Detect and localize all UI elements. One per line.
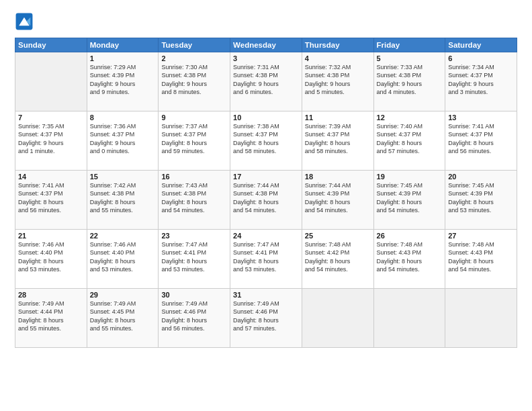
calendar-cell: 21Sunrise: 7:46 AM Sunset: 4:40 PM Dayli… bbox=[15, 230, 87, 289]
calendar-cell bbox=[445, 289, 517, 348]
calendar-cell: 12Sunrise: 7:40 AM Sunset: 4:37 PM Dayli… bbox=[373, 111, 445, 171]
calendar-cell: 2Sunrise: 7:30 AM Sunset: 4:38 PM Daylig… bbox=[159, 52, 230, 111]
calendar-cell: 26Sunrise: 7:48 AM Sunset: 4:43 PM Dayli… bbox=[373, 230, 445, 289]
calendar-cell bbox=[373, 289, 445, 348]
day-info: Sunrise: 7:31 AM Sunset: 4:38 PM Dayligh… bbox=[233, 63, 299, 97]
day-number: 17 bbox=[233, 173, 299, 181]
day-info: Sunrise: 7:46 AM Sunset: 4:40 PM Dayligh… bbox=[18, 240, 84, 274]
day-number: 13 bbox=[448, 113, 514, 122]
day-number: 12 bbox=[377, 113, 443, 122]
day-number: 25 bbox=[305, 232, 371, 240]
calendar-cell: 18Sunrise: 7:44 AM Sunset: 4:39 PM Dayli… bbox=[302, 171, 373, 230]
calendar-cell: 4Sunrise: 7:32 AM Sunset: 4:38 PM Daylig… bbox=[302, 52, 373, 111]
calendar-cell: 27Sunrise: 7:48 AM Sunset: 4:43 PM Dayli… bbox=[445, 230, 517, 289]
calendar-cell: 3Sunrise: 7:31 AM Sunset: 4:38 PM Daylig… bbox=[230, 52, 302, 111]
day-number: 22 bbox=[90, 232, 156, 240]
calendar: SundayMondayTuesdayWednesdayThursdayFrid… bbox=[15, 38, 517, 348]
calendar-cell: 8Sunrise: 7:36 AM Sunset: 4:37 PM Daylig… bbox=[87, 111, 159, 171]
day-number: 14 bbox=[18, 173, 84, 181]
day-number: 9 bbox=[161, 113, 227, 122]
day-info: Sunrise: 7:47 AM Sunset: 4:41 PM Dayligh… bbox=[233, 240, 299, 274]
calendar-header-friday: Friday bbox=[373, 38, 445, 52]
day-info: Sunrise: 7:38 AM Sunset: 4:37 PM Dayligh… bbox=[233, 122, 299, 156]
calendar-cell: 17Sunrise: 7:44 AM Sunset: 4:38 PM Dayli… bbox=[230, 171, 302, 230]
day-number: 10 bbox=[233, 113, 299, 122]
calendar-cell: 11Sunrise: 7:39 AM Sunset: 4:37 PM Dayli… bbox=[302, 111, 373, 171]
day-info: Sunrise: 7:37 AM Sunset: 4:37 PM Dayligh… bbox=[161, 122, 227, 156]
day-number: 8 bbox=[90, 113, 156, 122]
day-info: Sunrise: 7:33 AM Sunset: 4:38 PM Dayligh… bbox=[377, 63, 443, 97]
calendar-cell: 29Sunrise: 7:49 AM Sunset: 4:45 PM Dayli… bbox=[87, 289, 159, 348]
calendar-cell: 31Sunrise: 7:49 AM Sunset: 4:46 PM Dayli… bbox=[230, 289, 302, 348]
calendar-cell: 7Sunrise: 7:35 AM Sunset: 4:37 PM Daylig… bbox=[15, 111, 87, 171]
day-number: 16 bbox=[161, 173, 227, 181]
calendar-cell: 9Sunrise: 7:37 AM Sunset: 4:37 PM Daylig… bbox=[159, 111, 230, 171]
day-info: Sunrise: 7:32 AM Sunset: 4:38 PM Dayligh… bbox=[305, 63, 371, 97]
calendar-cell: 16Sunrise: 7:43 AM Sunset: 4:38 PM Dayli… bbox=[159, 171, 230, 230]
day-number: 18 bbox=[305, 173, 371, 181]
day-info: Sunrise: 7:49 AM Sunset: 4:46 PM Dayligh… bbox=[233, 300, 299, 333]
day-number: 2 bbox=[161, 54, 227, 62]
logo-icon bbox=[15, 12, 34, 31]
day-number: 24 bbox=[233, 232, 299, 240]
calendar-header-wednesday: Wednesday bbox=[230, 38, 302, 52]
day-info: Sunrise: 7:34 AM Sunset: 4:37 PM Dayligh… bbox=[448, 63, 514, 97]
calendar-header-monday: Monday bbox=[87, 38, 159, 52]
day-info: Sunrise: 7:42 AM Sunset: 4:38 PM Dayligh… bbox=[90, 181, 156, 215]
calendar-cell bbox=[15, 52, 87, 111]
day-info: Sunrise: 7:48 AM Sunset: 4:43 PM Dayligh… bbox=[448, 240, 514, 274]
day-number: 30 bbox=[161, 291, 227, 299]
calendar-cell: 1Sunrise: 7:29 AM Sunset: 4:39 PM Daylig… bbox=[87, 52, 159, 111]
day-number: 23 bbox=[161, 232, 227, 240]
day-info: Sunrise: 7:40 AM Sunset: 4:37 PM Dayligh… bbox=[377, 122, 443, 156]
calendar-cell: 19Sunrise: 7:45 AM Sunset: 4:39 PM Dayli… bbox=[373, 171, 445, 230]
calendar-cell: 13Sunrise: 7:41 AM Sunset: 4:37 PM Dayli… bbox=[445, 111, 517, 171]
day-info: Sunrise: 7:49 AM Sunset: 4:45 PM Dayligh… bbox=[90, 300, 156, 333]
day-number: 3 bbox=[233, 54, 299, 62]
day-info: Sunrise: 7:43 AM Sunset: 4:38 PM Dayligh… bbox=[161, 181, 227, 215]
day-info: Sunrise: 7:41 AM Sunset: 4:37 PM Dayligh… bbox=[448, 122, 514, 156]
day-info: Sunrise: 7:30 AM Sunset: 4:38 PM Dayligh… bbox=[161, 63, 227, 97]
day-number: 15 bbox=[90, 173, 156, 181]
calendar-cell bbox=[302, 289, 373, 348]
logo bbox=[15, 12, 36, 31]
day-info: Sunrise: 7:41 AM Sunset: 4:37 PM Dayligh… bbox=[18, 181, 84, 215]
day-info: Sunrise: 7:45 AM Sunset: 4:39 PM Dayligh… bbox=[448, 181, 514, 215]
calendar-cell: 22Sunrise: 7:46 AM Sunset: 4:40 PM Dayli… bbox=[87, 230, 159, 289]
calendar-cell: 24Sunrise: 7:47 AM Sunset: 4:41 PM Dayli… bbox=[230, 230, 302, 289]
day-info: Sunrise: 7:49 AM Sunset: 4:44 PM Dayligh… bbox=[18, 300, 84, 333]
day-info: Sunrise: 7:46 AM Sunset: 4:40 PM Dayligh… bbox=[90, 240, 156, 274]
day-number: 31 bbox=[233, 291, 299, 299]
day-number: 1 bbox=[90, 54, 156, 62]
day-number: 7 bbox=[18, 113, 84, 122]
day-info: Sunrise: 7:36 AM Sunset: 4:37 PM Dayligh… bbox=[90, 122, 156, 156]
day-info: Sunrise: 7:48 AM Sunset: 4:42 PM Dayligh… bbox=[305, 240, 371, 274]
day-number: 4 bbox=[305, 54, 371, 62]
day-number: 5 bbox=[377, 54, 443, 62]
calendar-cell: 5Sunrise: 7:33 AM Sunset: 4:38 PM Daylig… bbox=[373, 52, 445, 111]
day-info: Sunrise: 7:44 AM Sunset: 4:39 PM Dayligh… bbox=[305, 181, 371, 215]
calendar-cell: 14Sunrise: 7:41 AM Sunset: 4:37 PM Dayli… bbox=[15, 171, 87, 230]
calendar-cell: 6Sunrise: 7:34 AM Sunset: 4:37 PM Daylig… bbox=[445, 52, 517, 111]
calendar-cell: 30Sunrise: 7:49 AM Sunset: 4:46 PM Dayli… bbox=[159, 289, 230, 348]
calendar-header-row: SundayMondayTuesdayWednesdayThursdayFrid… bbox=[15, 38, 517, 52]
calendar-week-1: 1Sunrise: 7:29 AM Sunset: 4:39 PM Daylig… bbox=[15, 52, 517, 111]
day-info: Sunrise: 7:45 AM Sunset: 4:39 PM Dayligh… bbox=[377, 181, 443, 215]
day-number: 6 bbox=[448, 54, 514, 62]
day-number: 27 bbox=[448, 232, 514, 240]
day-number: 29 bbox=[90, 291, 156, 299]
calendar-week-4: 21Sunrise: 7:46 AM Sunset: 4:40 PM Dayli… bbox=[15, 230, 517, 289]
calendar-cell: 28Sunrise: 7:49 AM Sunset: 4:44 PM Dayli… bbox=[15, 289, 87, 348]
day-number: 19 bbox=[377, 173, 443, 181]
day-info: Sunrise: 7:39 AM Sunset: 4:37 PM Dayligh… bbox=[305, 122, 371, 156]
day-number: 11 bbox=[305, 113, 371, 122]
calendar-cell: 23Sunrise: 7:47 AM Sunset: 4:41 PM Dayli… bbox=[159, 230, 230, 289]
day-number: 28 bbox=[18, 291, 84, 299]
calendar-cell: 15Sunrise: 7:42 AM Sunset: 4:38 PM Dayli… bbox=[87, 171, 159, 230]
calendar-header-tuesday: Tuesday bbox=[159, 38, 230, 52]
day-number: 20 bbox=[448, 173, 514, 181]
calendar-week-2: 7Sunrise: 7:35 AM Sunset: 4:37 PM Daylig… bbox=[15, 111, 517, 171]
calendar-week-3: 14Sunrise: 7:41 AM Sunset: 4:37 PM Dayli… bbox=[15, 171, 517, 230]
calendar-header-saturday: Saturday bbox=[445, 38, 517, 52]
day-info: Sunrise: 7:49 AM Sunset: 4:46 PM Dayligh… bbox=[161, 300, 227, 333]
